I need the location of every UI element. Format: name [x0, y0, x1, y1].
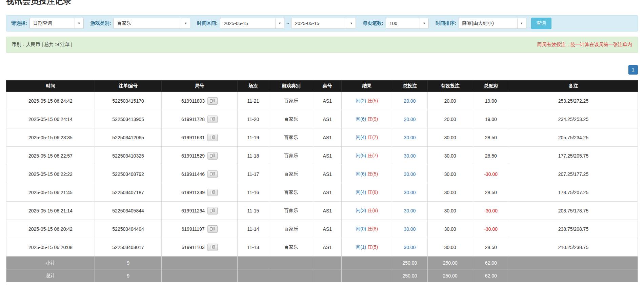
order-no: 522503415170 [95, 92, 161, 110]
table-no: AS1 [313, 220, 342, 238]
game-type-select[interactable]: 百家乐 ▼ [113, 18, 190, 29]
valid-bet: 30.00 [427, 238, 473, 257]
total-bet-link[interactable]: 30.00 [404, 226, 416, 232]
result-player: 闲(0) [356, 226, 366, 231]
result: 闲(5) 庄(7) [342, 147, 392, 165]
round-no: 619911803 [162, 92, 238, 110]
order-no: 522503410325 [95, 147, 161, 165]
table-footer: 小计 9 250.00 250.00 62.00 总计 9 2 [6, 257, 638, 282]
session: 11-14 [237, 220, 269, 238]
game-type: 百家乐 [269, 165, 313, 183]
valid-bet: 30.00 [427, 202, 473, 220]
game-type: 百家乐 [269, 220, 313, 238]
total-row: 总计 9 250.00 250.00 62.00 [6, 269, 638, 282]
cards-icon [210, 99, 215, 103]
view-cards-button[interactable] [207, 170, 218, 178]
round-no: 619911197 [162, 220, 238, 238]
view-cards-button[interactable] [207, 189, 218, 196]
total-bet-link[interactable]: 30.00 [404, 153, 416, 159]
round-no-text: 619911197 [182, 226, 205, 232]
page-button-1[interactable]: 1 [628, 65, 638, 75]
col-result: 结果 [342, 81, 392, 92]
order-no: 522503412065 [95, 128, 161, 147]
total-bet-link[interactable]: 20.00 [404, 117, 416, 122]
empty-cell [162, 257, 238, 269]
round-no-text: 619911103 [182, 245, 205, 250]
table-row: 2025-05-15 06:21:14522503405844619911264… [6, 202, 638, 220]
remark: 208.75/178.75 [509, 202, 638, 220]
empty-cell [269, 257, 313, 269]
result-player: 闲(4) [356, 189, 366, 195]
round-no-text: 619911264 [181, 208, 205, 213]
filter-bar: 请选择: 日期查询 ▼ 游戏类别: 百家乐 ▼ 时间区间: 2025-05-15… [6, 15, 638, 32]
bet-time: 2025-05-15 06:20:08 [6, 238, 95, 257]
chevron-down-icon: ▼ [347, 18, 356, 28]
date-range-label: 时间区间: [197, 20, 218, 26]
subtotal-valid-bet: 250.00 [427, 257, 473, 269]
total-bet-link[interactable]: 30.00 [404, 245, 416, 250]
game-type: 百家乐 [269, 183, 313, 202]
total-bet-link[interactable]: 30.00 [404, 190, 416, 195]
round-no: 619911339 [162, 183, 238, 202]
result-banker: 庄(9) [367, 208, 378, 213]
sort-order-value: 降幂(由大到小) [459, 20, 517, 26]
total-bet-link[interactable]: 30.00 [404, 135, 416, 140]
date-from-select[interactable]: 2025-05-15 ▼ [220, 18, 284, 29]
empty-cell [342, 257, 392, 269]
page-size-select[interactable]: 100 ▼ [386, 18, 429, 29]
session: 11-15 [237, 202, 269, 220]
remark: 177.25/205.75 [509, 147, 638, 165]
table-row: 2025-05-15 06:21:45522503407187619911339… [6, 183, 638, 202]
game-type: 百家乐 [269, 92, 313, 110]
pagination: 1 [6, 65, 638, 75]
page-size-label: 每页笔数: [363, 20, 383, 26]
view-cards-button[interactable] [207, 225, 218, 233]
view-cards-button[interactable] [207, 207, 218, 214]
total-bet-link[interactable]: 30.00 [404, 208, 416, 213]
table-no: AS1 [313, 147, 342, 165]
query-type-select[interactable]: 日期查询 ▼ [29, 18, 84, 29]
empty-cell [313, 257, 342, 269]
payout: 28.50 [473, 147, 509, 165]
table-no: AS1 [313, 128, 342, 147]
chevron-down-icon: ▼ [75, 18, 83, 28]
result: 闲(3) 庄(9) [342, 202, 392, 220]
view-cards-button[interactable] [207, 134, 218, 141]
summary-bar: 币别：人民币 | 总共 :9 注单 | 同局有效投注，统一计算在该局第一张注单内 [6, 37, 638, 53]
view-cards-button[interactable] [207, 116, 218, 123]
round-no-text: 619911803 [181, 98, 205, 104]
round-no-text: 619911631 [181, 135, 205, 140]
total-payout: 62.00 [473, 269, 509, 282]
total-bet-link[interactable]: 30.00 [404, 171, 416, 177]
result-banker: 庄(7) [367, 153, 378, 158]
valid-bet: 20.00 [427, 110, 473, 128]
bet-time: 2025-05-15 06:24:42 [6, 92, 95, 110]
valid-bet: 30.00 [427, 183, 473, 202]
total-bet-link[interactable]: 20.00 [404, 98, 416, 104]
col-valid-bet: 有效投注 [427, 81, 473, 92]
view-cards-button[interactable] [207, 97, 218, 105]
table-body: 2025-05-15 06:24:42522503415170619911803… [6, 92, 638, 257]
cards-icon [210, 245, 215, 249]
payout: 19.00 [473, 110, 509, 128]
result: 闲(6) 庄(9) [342, 110, 392, 128]
result-player: 闲(6) [356, 116, 366, 122]
remark: 210.25/238.75 [509, 238, 638, 257]
cards-icon [210, 172, 215, 176]
date-from-value: 2025-05-15 [220, 21, 275, 26]
round-no: 619911103 [162, 238, 238, 257]
round-no: 619911728 [162, 110, 238, 128]
valid-bet: 30.00 [427, 165, 473, 183]
sort-order-select[interactable]: 降幂(由大到小) ▼ [459, 18, 526, 29]
currency-summary: 币别：人民币 | 总共 :9 注单 | [12, 42, 72, 48]
view-cards-button[interactable] [207, 244, 218, 251]
search-button[interactable]: 查询 [531, 18, 551, 29]
view-cards-button[interactable] [207, 152, 218, 160]
select-label: 请选择: [11, 20, 27, 26]
session: 11-21 [237, 92, 269, 110]
game-type-label: 游戏类别: [90, 20, 111, 26]
empty-cell [313, 269, 342, 282]
date-to-select[interactable]: 2025-05-15 ▼ [291, 18, 356, 29]
date-to-value: 2025-05-15 [291, 21, 347, 26]
result-player: 闲(2) [356, 98, 366, 103]
